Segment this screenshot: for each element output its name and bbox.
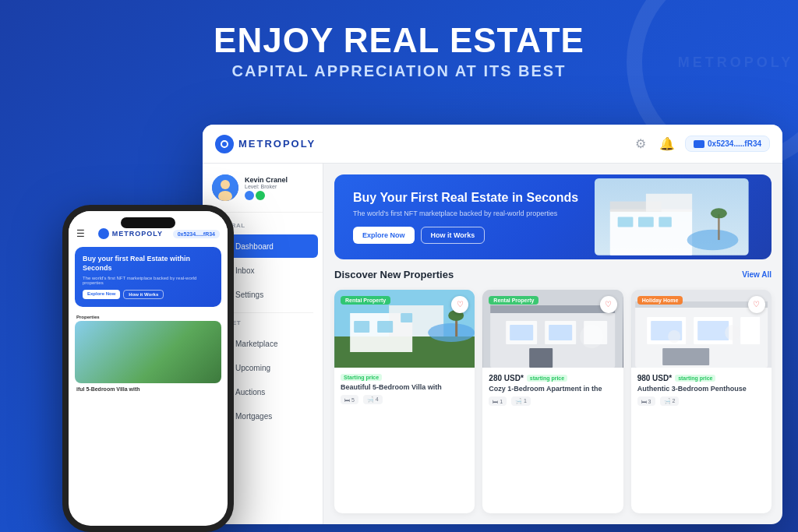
property-card-3[interactable]: Holiday Home ♡ 980 USD* starting price A… — [631, 290, 772, 513]
property-tag-3: Holiday Home — [637, 296, 683, 305]
phone-banner-sub: The world's first NFT marketplace backed… — [83, 276, 214, 285]
avatar — [212, 174, 238, 201]
svg-rect-41 — [662, 348, 709, 365]
hero-title: ENJOY REAL ESTATE — [0, 22, 798, 59]
user-info: Kevin Cranel Level: Broker — [245, 176, 313, 200]
explore-now-button[interactable]: Explore Now — [353, 227, 415, 244]
banner-content: Buy Your First Real Estate in Seconds Th… — [353, 190, 753, 244]
phone-property-text: iful 5-Bedroom Villa with — [69, 383, 228, 392]
phone-mockup: ☰ METROPOLY 0x5234.....fR34 Buy your fir… — [62, 205, 234, 532]
property-name-1: Beautiful 5-Bedroom Villa with — [341, 383, 468, 393]
property-image-1: Rental Property ♡ — [334, 290, 475, 368]
logo-text: METROPOLY — [238, 138, 316, 150]
phone-property-image — [75, 321, 221, 383]
sidebar-item-marketplace-label: Marketplace — [235, 340, 277, 348]
beds-3: 🛏 3 — [637, 396, 655, 406]
badge-blue — [245, 191, 254, 200]
phone-property-image-inner — [75, 321, 221, 383]
hero-subtitle: CAPITAL APPRECIATION AT ITS BEST — [0, 62, 798, 80]
dashboard-container: METROPOLY ⚙ 🔔 0x5234.....fR34 — [203, 125, 782, 524]
property-card-2[interactable]: Rental Property ♡ 280 USD* starting pric… — [482, 290, 623, 513]
price-row-2: 280 USD* starting price — [489, 374, 616, 382]
price-row-1: Starting price — [341, 374, 468, 381]
svg-rect-25 — [490, 305, 615, 313]
discover-title: Discover New Properties — [334, 269, 454, 280]
property-heart-1[interactable]: ♡ — [451, 296, 468, 313]
phone-menu-icon: ☰ — [76, 228, 85, 239]
svg-rect-18 — [377, 321, 393, 333]
phone-banner-buttons: Explore Now How it Works — [83, 290, 214, 299]
property-name-3: Authentic 3-Bedroom Penthouse — [637, 385, 765, 394]
svg-point-20 — [428, 323, 475, 342]
svg-point-30 — [580, 325, 603, 348]
property-heart-3[interactable]: ♡ — [748, 296, 765, 313]
logo-area: METROPOLY — [215, 135, 316, 153]
svg-rect-32 — [549, 325, 572, 340]
phone-property-label: Properties — [69, 310, 228, 321]
hero-banner: Buy Your First Real Estate in Seconds Th… — [334, 174, 772, 259]
sidebar-item-mortgages-label: Mortgages — [235, 412, 272, 421]
logo-icon-inner — [221, 140, 228, 148]
property-heart-2[interactable]: ♡ — [600, 296, 617, 313]
property-tag-1: Rental Property — [341, 296, 390, 305]
property-grid: Rental Property ♡ Starting price Beautif… — [334, 290, 772, 513]
property-image-3: Holiday Home ♡ — [631, 290, 772, 368]
sidebar-item-inbox-label: Inbox — [235, 266, 254, 275]
property-details-2: 🛏 1 🛁 1 — [489, 396, 616, 406]
phone-explore-button[interactable]: Explore Now — [83, 290, 120, 299]
phone-wallet-button[interactable]: 0x5234.....fR34 — [173, 230, 220, 238]
dashboard-body: Kevin Cranel Level: Broker General ⊞ Das… — [203, 164, 782, 524]
topbar: METROPOLY ⚙ 🔔 0x5234.....fR34 — [203, 125, 782, 164]
sidebar-item-auctions-label: Auctions — [235, 388, 265, 396]
sidebar-item-upcoming-label: Upcoming — [235, 364, 270, 372]
wallet-button[interactable]: 0x5234.....fR34 — [685, 136, 770, 152]
user-level: Level: Broker — [245, 184, 313, 189]
property-card-1[interactable]: Rental Property ♡ Starting price Beautif… — [334, 290, 475, 513]
dashboard-window: METROPOLY ⚙ 🔔 0x5234.....fR34 — [203, 125, 782, 524]
svg-point-43 — [725, 325, 740, 340]
property-info-2: 280 USD* starting price Cozy 1-Bedroom A… — [482, 368, 623, 411]
bath-1: 🛁 4 — [363, 395, 383, 404]
discover-header: Discover New Properties View All — [334, 269, 772, 280]
property-info-3: 980 USD* starting price Authentic 3-Bedr… — [631, 368, 772, 411]
svg-point-42 — [668, 330, 680, 343]
main-content: Buy Your First Real Estate in Seconds Th… — [323, 164, 782, 524]
phone-wallet-address: 0x5234.....fR34 — [178, 231, 215, 237]
bell-icon[interactable]: 🔔 — [659, 136, 676, 153]
sidebar-item-settings-label: Settings — [235, 291, 263, 299]
svg-rect-29 — [529, 348, 553, 368]
svg-point-1 — [221, 180, 230, 189]
property-name-2: Cozy 1-Bedroom Apartment in the — [489, 385, 616, 394]
price-badge-3: starting price — [675, 375, 715, 382]
svg-rect-31 — [510, 325, 533, 340]
banner-buttons: Explore Now How it Works — [353, 227, 753, 244]
wallet-address: 0x5234.....fR34 — [708, 139, 761, 148]
svg-rect-38 — [740, 317, 760, 344]
sidebar-item-dashboard-label: Dashboard — [235, 242, 274, 251]
logo-icon — [215, 135, 234, 153]
phone-logo-text: METROPOLY — [112, 230, 163, 238]
property-details-3: 🛏 3 🛁 2 — [637, 396, 765, 406]
price-row-3: 980 USD* starting price — [637, 374, 765, 382]
wallet-icon — [694, 140, 704, 148]
property-details-1: 🛏 5 🛁 4 — [341, 395, 468, 404]
svg-rect-17 — [354, 321, 369, 333]
how-it-works-button[interactable]: How it Works — [421, 227, 486, 244]
property-price-3: 980 USD* — [637, 374, 672, 382]
phone-banner-title: Buy your first Real Estate within Second… — [83, 255, 214, 273]
banner-subtitle: The world's first NFT marketplace backed… — [353, 210, 753, 217]
svg-rect-19 — [401, 313, 412, 322]
gear-icon[interactable]: ⚙ — [632, 136, 649, 153]
property-image-2: Rental Property ♡ — [482, 290, 623, 368]
beds-2: 🛏 1 — [489, 396, 507, 406]
bath-2: 🛁 1 — [511, 396, 531, 406]
property-price-2: 280 USD* — [489, 374, 523, 382]
phone-screen: ☰ METROPOLY 0x5234.....fR34 Buy your fir… — [69, 211, 228, 526]
bath-3: 🛁 2 — [660, 396, 680, 406]
view-all-link[interactable]: View All — [742, 270, 772, 279]
phone-how-button[interactable]: How it Works — [123, 290, 164, 299]
badge-green — [256, 191, 265, 200]
price-badge-2: starting price — [527, 375, 567, 382]
phone-notch — [121, 217, 175, 228]
hero-text-section: ENJOY REAL ESTATE CAPITAL APPRECIATION A… — [0, 22, 798, 80]
